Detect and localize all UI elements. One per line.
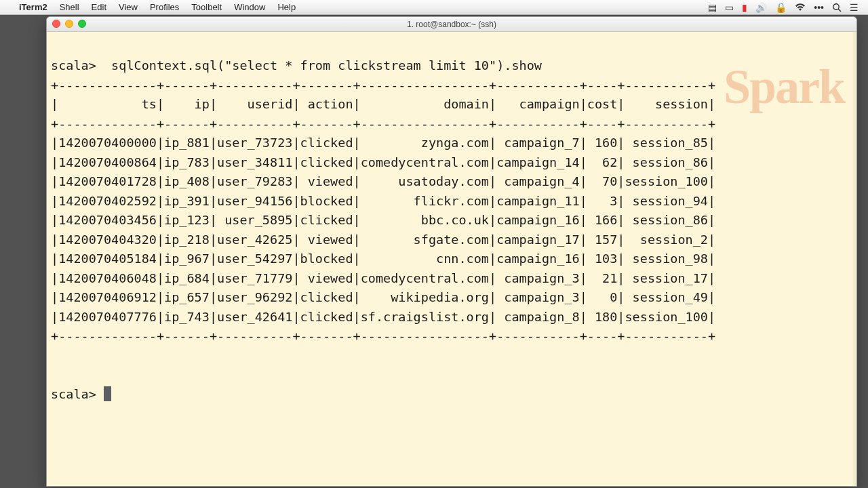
menu-view[interactable]: View [113,2,144,12]
terminal-content[interactable]: scala> sqlContext.sql("select * from cli… [47,32,853,486]
volume-icon[interactable]: 🔊 [751,2,771,13]
window-zoom-button[interactable] [78,20,86,28]
terminal-window: 1. root@sandbox:~ (ssh) Spark scala> sql… [46,16,857,487]
status-icon-1[interactable]: ▤ [704,2,721,13]
window-close-button[interactable] [52,20,60,28]
notifications-icon[interactable]: ☰ [846,2,863,13]
overflow-icon[interactable]: ••• [810,2,828,13]
svg-point-0 [833,3,839,9]
menu-window[interactable]: Window [228,2,271,12]
menubar-status-area: ▤ ▭ ▮ 🔊 🔒 ••• ☰ [704,2,863,13]
terminal-cursor [104,386,111,401]
window-minimize-button[interactable] [65,20,73,28]
svg-line-1 [838,9,841,12]
menu-edit[interactable]: Edit [85,2,113,12]
lock-icon[interactable]: 🔒 [771,2,791,13]
menu-toolbelt[interactable]: Toolbelt [185,2,228,12]
window-titlebar[interactable]: 1. root@sandbox:~ (ssh) [47,17,856,32]
menu-shell[interactable]: Shell [54,2,85,12]
spotlight-icon[interactable] [828,3,846,12]
display-icon[interactable]: ▭ [721,2,738,13]
menu-profiles[interactable]: Profiles [144,2,185,12]
window-title: 1. root@sandbox:~ (ssh) [407,20,496,29]
status-icon-2[interactable]: ▮ [738,2,751,13]
scrollbar[interactable] [853,32,856,486]
wifi-icon[interactable] [791,3,810,12]
app-menu[interactable]: iTerm2 [13,2,54,12]
macos-menubar: iTerm2 Shell Edit View Profiles Toolbelt… [0,0,868,15]
menu-help[interactable]: Help [271,2,302,12]
